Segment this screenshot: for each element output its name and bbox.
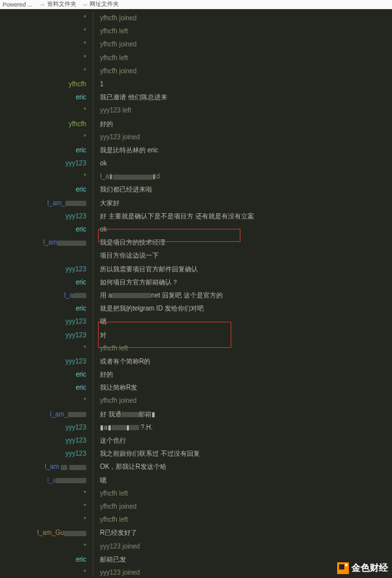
chat-nick: yyy123: [0, 263, 93, 276]
chat-message: yfhcfh left: [93, 52, 128, 65]
chat-line: *yfhcfh left: [0, 513, 392, 526]
redacted-smudge: [64, 531, 86, 536]
chat-line: *yfhcfh joined: [0, 500, 392, 513]
chat-nick: I_a: [0, 289, 93, 302]
redacted-smudge: [113, 175, 152, 180]
redacted-smudge: [112, 293, 151, 298]
redacted-smudge: [65, 201, 86, 206]
chat-nick: I_am_: [0, 197, 93, 210]
chat-line: *yfhcfh joined: [0, 38, 392, 51]
chat-nick: yyy123: [0, 355, 93, 368]
chat-nick: *: [0, 104, 93, 117]
chat-nick: I_a: [0, 474, 93, 487]
chat-line: I_am_GuR已经发好了: [0, 526, 392, 539]
redacted-smudge: [73, 293, 86, 298]
chat-message: 好的: [93, 368, 113, 381]
chat-message: yyy123 joined: [93, 566, 140, 578]
chat-line: 项目方你这边说一下: [0, 249, 392, 262]
chat-message: 我已邀请 他们陈总进来: [93, 91, 167, 104]
bookmark-folder-1[interactable]: 资料文件夹: [41, 0, 76, 8]
chat-nick: eric: [0, 144, 93, 157]
chat-message: OK，那我让R发这个哈: [93, 460, 167, 473]
chat-message: 邮箱已发: [93, 553, 126, 566]
chat-line: *yfhcfh left: [0, 52, 392, 65]
redacted-smudge: [61, 465, 67, 470]
chat-message: yfhcfh left: [93, 342, 128, 355]
chat-nick: eric: [0, 223, 93, 236]
chat-message: 我们都已经进来啦: [93, 183, 152, 196]
chat-line: eric我已邀请 他们陈总进来: [0, 91, 392, 104]
chat-message: ▮a▮▮ ?.H.: [93, 421, 153, 434]
chat-message: yfhcfh joined: [93, 394, 137, 407]
chat-message: 好 主要就是确认下是不是项目方 还有就是有没有立案: [93, 210, 254, 223]
chat-line: eric我是比特丛林的 eric: [0, 144, 392, 157]
chat-nick: yfhcfh: [0, 78, 93, 91]
redacted-smudge: [56, 478, 86, 483]
chat-nick: yyy123: [0, 434, 93, 447]
chat-line: *yyy123 joined: [0, 566, 392, 578]
chat-line: yyy123ok: [0, 157, 392, 170]
chat-nick: I_am_: [0, 408, 93, 421]
chat-message: 我是比特丛林的 eric: [93, 144, 158, 157]
chat-message: 这个也行: [93, 434, 126, 447]
chat-message: 就是把我的telgram ID 发给你们对吧: [93, 302, 204, 315]
watermark-text: 金色财经: [351, 562, 388, 574]
chat-nick: *: [0, 500, 93, 513]
chat-message: yyy123 joined: [93, 540, 140, 553]
chat-message: 1: [93, 78, 104, 91]
chat-message: yfhcfh left: [93, 25, 128, 38]
chat-nick: yyy123: [0, 210, 93, 223]
chat-line: yyy123好 主要就是确认下是不是项目方 还有就是有没有立案: [0, 210, 392, 223]
chat-line: *yfhcfh left: [0, 342, 392, 355]
chat-line: *yfhcfh joined: [0, 65, 392, 78]
chat-line: eric好的: [0, 368, 392, 381]
chat-message: 所以我需要项目官方邮件回复确认: [93, 263, 198, 276]
chat-message: 如何项目方官方邮箱确认？: [93, 276, 178, 289]
chat-line: eric我让简称R发: [0, 381, 392, 394]
chat-line: eric如何项目方官方邮箱确认？: [0, 276, 392, 289]
chat-line: yyy123这个也行: [0, 434, 392, 447]
chat-message: yfhcfh joined: [93, 500, 137, 513]
chat-line: eric邮箱已发: [0, 553, 392, 566]
chat-message: 嗯: [93, 474, 106, 487]
chat-line: yfhcfh好的: [0, 118, 392, 131]
chat-message: 我之前跟你们联系过 不过没有回复: [93, 447, 200, 460]
chat-nick: I_am: [0, 460, 93, 473]
chat-message: yyy123 left: [93, 104, 131, 117]
chat-nick: *: [0, 131, 93, 144]
chat-nick: yyy123: [0, 447, 93, 460]
chat-line: *yyy123 joined: [0, 540, 392, 553]
chat-message: yfhcfh left: [93, 513, 128, 526]
chat-message: yfhcfh joined: [93, 65, 137, 78]
watermark-logo-icon: [337, 562, 349, 574]
chat-nick: *: [0, 170, 93, 183]
chat-nick: eric: [0, 381, 93, 394]
chat-nick: eric: [0, 553, 93, 566]
bookmark-folder-2[interactable]: 网址文件夹: [83, 0, 119, 8]
chat-message: yyy123 joined: [93, 131, 140, 144]
tab-label[interactable]: Powered ...: [3, 1, 33, 8]
chat-message: 好 我通邮箱▮: [93, 408, 155, 421]
chat-message: I_a▮▮d: [93, 170, 159, 183]
chat-message: yfhcfh joined: [93, 12, 137, 25]
chat-message: 我让简称R发: [93, 381, 137, 394]
chat-line: *yyy123 left: [0, 104, 392, 117]
chat-line: I_am我是项目方的技术经理: [0, 236, 392, 249]
chat-line: *yfhcfh joined: [0, 394, 392, 407]
chat-line: *yyy123 joined: [0, 131, 392, 144]
chat-message: R已经发好了: [93, 526, 137, 539]
chat-nick: *: [0, 12, 93, 25]
chat-nick: I_am_Gu: [0, 526, 93, 539]
chat-nick: *: [0, 566, 93, 578]
chat-nick: *: [0, 394, 93, 407]
chat-line: I_a用 anet 回复吧 这个是官方的: [0, 289, 392, 302]
chat-line: yyy123▮a▮▮ ?.H.: [0, 421, 392, 434]
chat-message: yfhcfh left: [93, 487, 128, 500]
chat-line: ericok: [0, 223, 392, 236]
chat-message: yfhcfh joined: [93, 38, 137, 51]
chat-nick: *: [0, 52, 93, 65]
chat-nick: eric: [0, 302, 93, 315]
chat-line: yfhcfh1: [0, 78, 392, 91]
chat-line: *yfhcfh left: [0, 487, 392, 500]
chat-line: eric就是把我的telgram ID 发给你们对吧: [0, 302, 392, 315]
